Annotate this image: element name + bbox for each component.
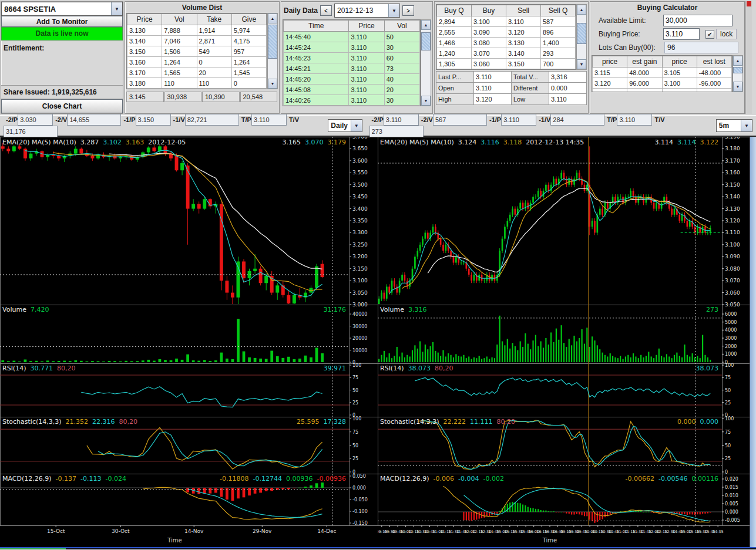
- table-row[interactable]: Last P...3.110Total V...3,316: [436, 72, 587, 83]
- col-header[interactable]: Price: [127, 14, 162, 25]
- table-row[interactable]: 2,5553.0903.120896: [437, 27, 576, 38]
- scroll-thumb[interactable]: [577, 23, 586, 44]
- period-select-right[interactable]: 5m ▼: [716, 119, 752, 132]
- col-header[interactable]: price: [662, 56, 697, 68]
- col-header[interactable]: est gain: [627, 56, 662, 68]
- col-header[interactable]: price: [593, 56, 627, 68]
- table-row[interactable]: 14:45:083.11020: [284, 85, 420, 95]
- col-header[interactable]: est lost: [697, 56, 731, 68]
- window-border-line: [0, 547, 756, 548]
- intraday-candlestick-chart[interactable]: 3.1903.1803.1703.1603.1503.1403.1303.120…: [378, 137, 750, 547]
- available-limit-input[interactable]: [663, 15, 733, 26]
- scroll-up-icon[interactable]: ▲: [733, 56, 742, 66]
- col-header[interactable]: Sell Q: [541, 5, 576, 16]
- chevron-down-icon[interactable]: ▼: [388, 4, 399, 17]
- field-value--2/P[interactable]: [18, 114, 53, 126]
- buying-price-input[interactable]: [663, 28, 700, 40]
- chart-text: 3.450: [352, 194, 368, 200]
- col-header[interactable]: Take: [197, 14, 231, 25]
- chart-text: 3.100: [725, 242, 740, 248]
- table-row[interactable]: 3.1601,26401,264: [127, 57, 267, 68]
- field-value-T/V[interactable]: [369, 126, 424, 137]
- table-row[interactable]: 14:45:243.11030: [284, 42, 420, 53]
- scrollbar[interactable]: ▲ ▼: [421, 19, 431, 106]
- field-value--2/P[interactable]: [384, 114, 419, 126]
- scrollbar[interactable]: ▲ ▼: [576, 4, 587, 70]
- field-value-T/P[interactable]: [251, 114, 287, 126]
- period-select-left[interactable]: Daily ▼: [328, 119, 362, 132]
- table-row[interactable]: 2,8943.1003.110587: [437, 16, 576, 27]
- field-value--1/V[interactable]: [550, 114, 604, 126]
- cell: 14:45:08: [284, 85, 349, 95]
- pane-header: MACD(12,26,9)-0.137-0.113-0.024: [2, 475, 126, 482]
- chevron-down-icon[interactable]: ▼: [741, 120, 752, 131]
- table-row[interactable]: 3.125144.0003.095-144.000: [593, 89, 732, 93]
- chart-text: 3.050: [352, 290, 368, 296]
- scroll-up-icon[interactable]: ▲: [421, 20, 431, 30]
- chart-text: 3.650: [352, 146, 368, 151]
- table-row[interactable]: 14:45:213.11073: [284, 63, 420, 74]
- scroll-thumb[interactable]: [733, 67, 742, 73]
- field-value--2/V[interactable]: [67, 114, 121, 126]
- cell: 14:45:24: [284, 42, 349, 53]
- field-value--2/V[interactable]: [433, 114, 487, 126]
- table-row[interactable]: 3.12096.0003.100-96.000: [593, 78, 732, 89]
- col-header[interactable]: Time: [284, 21, 349, 32]
- table-row[interactable]: 1,2403.0703.140293: [437, 48, 576, 59]
- table-row[interactable]: 14:45:403.11050: [284, 32, 420, 42]
- cell: 60: [384, 53, 419, 63]
- entitlement-label: Entitlement:: [1, 41, 123, 53]
- table-row[interactable]: 3.1501,506549957: [127, 46, 267, 57]
- date-select[interactable]: 2012-12-13 ▼: [334, 4, 400, 18]
- cell: 1,305: [437, 59, 472, 69]
- col-header[interactable]: Sell: [506, 5, 541, 16]
- scrollbar[interactable]: ▲ ▼: [733, 55, 743, 92]
- scrollbar[interactable]: ▲ ▼: [267, 13, 278, 89]
- field-value--1/V[interactable]: [185, 114, 239, 126]
- table-row[interactable]: 3.1701,565201,545: [127, 68, 267, 78]
- scroll-down-icon[interactable]: ▼: [733, 82, 742, 92]
- scroll-down-icon[interactable]: ▼: [268, 79, 277, 89]
- col-header[interactable]: Vol: [162, 14, 197, 25]
- field-value-T/V[interactable]: [4, 126, 58, 137]
- scroll-thumb[interactable]: [268, 25, 277, 59]
- chevron-down-icon[interactable]: ▼: [111, 2, 122, 15]
- table-row[interactable]: 3.11548.0003.105-48.000: [593, 68, 732, 78]
- col-header[interactable]: Give: [231, 14, 266, 25]
- add-to-monitor-button[interactable]: Add To Monitor: [1, 16, 123, 27]
- field-value--1/P[interactable]: [136, 114, 171, 126]
- order-book-panel: Buy Q Buy Sell Sell Q 2,8943.1003.110587…: [434, 1, 589, 114]
- next-date-button[interactable]: >: [402, 5, 414, 16]
- table-row[interactable]: 14:40:263.11030: [284, 95, 420, 106]
- col-header[interactable]: Vol: [384, 21, 419, 32]
- table-row[interactable]: 14:45:233.11060: [284, 53, 420, 63]
- chevron-down-icon[interactable]: ▼: [351, 120, 362, 131]
- symbol-select[interactable]: 8664 SPSETIA ▼: [1, 2, 123, 16]
- field-value-T/P[interactable]: [617, 114, 652, 126]
- scroll-down-icon[interactable]: ▼: [421, 96, 431, 106]
- scroll-thumb[interactable]: [421, 32, 431, 50]
- scroll-up-icon[interactable]: ▲: [268, 14, 277, 23]
- cell: 3.080: [472, 38, 506, 48]
- scroll-up-icon[interactable]: ▲: [577, 5, 586, 15]
- field-value--1/P[interactable]: [501, 114, 536, 126]
- daily-candlestick-chart[interactable]: 3.7003.6503.6003.5503.5003.4503.4003.350…: [0, 137, 378, 547]
- table-row[interactable]: High3.120Low3.110: [436, 94, 587, 105]
- cell: 14:40:26: [284, 95, 349, 106]
- table-row[interactable]: 14:45:203.11040: [284, 74, 420, 85]
- table-row[interactable]: Open3.110Different0.000: [436, 83, 587, 94]
- table-row[interactable]: 3.1801101100: [127, 78, 267, 89]
- buying-calculator-panel: Buying Calculator Available Limit: Buyin…: [590, 1, 745, 114]
- table-row[interactable]: 3.1307,8881,9145,974: [127, 25, 267, 36]
- scroll-down-icon[interactable]: ▼: [577, 59, 586, 69]
- chart-scrollbar[interactable]: [750, 137, 756, 547]
- col-header[interactable]: Buy Q: [437, 5, 472, 16]
- table-row[interactable]: 1,3053.0603.150700: [437, 59, 576, 69]
- close-chart-button[interactable]: Close Chart: [1, 99, 123, 113]
- col-header[interactable]: Buy: [472, 5, 506, 16]
- table-row[interactable]: 1,4663.0803.1301,400: [437, 38, 576, 48]
- col-header[interactable]: Price: [349, 21, 384, 32]
- prev-date-button[interactable]: <: [320, 5, 332, 16]
- lock-checkbox[interactable]: ✔: [705, 30, 714, 39]
- table-row[interactable]: 3.1407,0462,8714,175: [127, 36, 267, 46]
